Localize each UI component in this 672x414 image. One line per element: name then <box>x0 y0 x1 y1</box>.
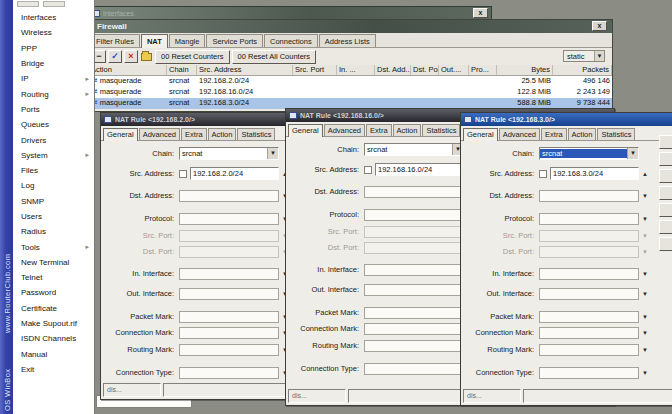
tab-address-lists[interactable]: Address Lists <box>319 34 376 47</box>
tab-mangle[interactable]: Mangle <box>169 34 206 47</box>
dialog-titlebar[interactable]: NAT Rule <192.168.3.0/> <box>461 113 672 126</box>
out-interface-input[interactable] <box>179 288 279 300</box>
chevron-down-icon[interactable]: ▼ <box>639 330 651 336</box>
routing-mark-input[interactable] <box>539 344 639 356</box>
src-address-input[interactable]: 192.168.2.0/24 <box>190 167 279 180</box>
column-src-port[interactable]: Src. Port <box>293 65 337 75</box>
column-dst-port[interactable]: Dst. Port <box>411 65 439 75</box>
column-out-interface[interactable]: Out.... <box>439 65 469 75</box>
src-address-checkbox[interactable] <box>179 170 187 178</box>
chain-select[interactable]: srcnat▼ <box>364 143 464 156</box>
sidebar-item-manual[interactable]: Manual <box>13 347 93 362</box>
tab-action[interactable]: Action <box>208 128 237 140</box>
sidebar-item-isdn-channels[interactable]: ISDN Channels <box>13 331 93 346</box>
tab-general[interactable]: General <box>463 128 498 141</box>
connection-mark-input[interactable] <box>364 323 464 335</box>
tab-statistics[interactable]: Statistics <box>237 128 275 140</box>
connection-mark-input[interactable] <box>179 327 279 339</box>
sidebar-item-new-terminal[interactable]: New Terminal <box>13 255 93 270</box>
close-icon[interactable]: x <box>473 8 488 18</box>
apply-button[interactable]: Apply <box>659 169 672 183</box>
out-interface-input[interactable] <box>539 288 639 300</box>
sidebar-item-tools[interactable]: Tools▸ <box>13 239 93 254</box>
chevron-down-icon[interactable]: ▼ <box>639 370 651 376</box>
sidebar-item-ports[interactable]: Ports <box>13 102 93 117</box>
sidebar-item-certificate[interactable]: Certificate <box>13 301 93 316</box>
sidebar-item-ppp[interactable]: PPP <box>13 41 93 56</box>
firewall-titlebar[interactable]: Firewall x <box>89 20 612 33</box>
column-action[interactable]: Action <box>89 65 167 75</box>
tab-action[interactable]: Action <box>393 124 422 136</box>
sidebar-item-log[interactable]: Log <box>13 178 93 193</box>
sidebar-item-files[interactable]: Files <box>13 163 93 178</box>
dst-address-input[interactable] <box>539 190 639 202</box>
connection-type-input[interactable] <box>539 367 639 379</box>
reset-counters-button[interactable]: 00 Reset Counters <box>155 50 230 64</box>
tab-nat[interactable]: NAT <box>141 34 168 48</box>
tab-extra[interactable]: Extra <box>181 128 207 140</box>
sidebar-item-interfaces[interactable]: Interfaces <box>13 10 93 25</box>
chevron-down-icon[interactable]: ▼ <box>639 271 651 277</box>
routing-mark-input[interactable] <box>179 344 279 356</box>
sidebar-item-system[interactable]: System▸ <box>13 148 93 163</box>
chevron-down-icon[interactable]: ▼ <box>639 193 651 199</box>
sidebar-item-wireless[interactable]: Wireless <box>13 25 93 40</box>
tab-general[interactable]: General <box>103 128 138 141</box>
in-interface-input[interactable] <box>539 268 639 280</box>
src-address-input[interactable]: 192.168.3.0/24 <box>550 167 639 180</box>
tab-service-ports[interactable]: Service Ports <box>206 34 263 47</box>
tab-advanced[interactable]: Advanced <box>499 128 540 140</box>
chain-select[interactable]: srcnat▼ <box>179 147 279 160</box>
dst-address-input[interactable] <box>364 186 464 198</box>
comment-icon[interactable] <box>141 53 152 61</box>
sidebar-item-ip[interactable]: IP▸ <box>13 71 93 86</box>
sidebar-item-password[interactable]: Password <box>13 285 93 300</box>
routing-mark-input[interactable] <box>364 340 464 352</box>
sidebar-item-users[interactable]: Users <box>13 209 93 224</box>
chevron-down-icon[interactable]: ▼ <box>639 347 651 353</box>
background-window-titlebar[interactable]: Interfaces x <box>88 6 492 20</box>
table-row[interactable]: ⇄masquerade srcnat 192.168.2.0/24 25.5 M… <box>89 76 612 87</box>
table-row[interactable]: ⇄masquerade srcnat 192.168.16.0/24 122.8… <box>89 87 612 98</box>
tab-action[interactable]: Action <box>568 128 597 140</box>
column-src-address[interactable]: Src. Address <box>197 65 293 75</box>
in-interface-input[interactable] <box>179 268 279 280</box>
sidebar-item-routing[interactable]: Routing▸ <box>13 86 93 101</box>
column-bytes[interactable]: Bytes <box>497 65 553 75</box>
enable-rule-button[interactable]: ✓ <box>108 50 122 63</box>
out-interface-input[interactable] <box>364 284 464 296</box>
chevron-down-icon[interactable]: ▼ <box>639 314 651 320</box>
chevron-down-icon[interactable]: ▼ <box>639 291 651 297</box>
cancel-button[interactable]: Cancel <box>659 152 672 166</box>
tab-advanced[interactable]: Advanced <box>324 124 365 136</box>
column-chain[interactable]: Chain <box>167 65 197 75</box>
disable-rule-button[interactable]: × <box>124 50 138 63</box>
in-interface-input[interactable] <box>364 264 464 276</box>
packet-mark-input[interactable] <box>179 311 279 323</box>
sidebar-item-exit[interactable]: Exit <box>13 362 93 377</box>
chevron-down-icon[interactable]: ▼ <box>627 148 638 159</box>
dst-address-input[interactable] <box>179 190 279 202</box>
tab-filter-rules[interactable]: Filter Rules <box>90 34 140 47</box>
protocol-input[interactable] <box>364 209 464 221</box>
column-in-interface[interactable]: In. ... <box>337 65 375 75</box>
sidebar-item-drivers[interactable]: Drivers <box>13 132 93 147</box>
comment-button[interactable]: Comment <box>659 203 672 217</box>
copy-button[interactable]: Copy <box>659 220 672 234</box>
tab-statistics[interactable]: Statistics <box>597 128 635 140</box>
sidebar-item-bridge[interactable]: Bridge <box>13 56 93 71</box>
tab-connections[interactable]: Connections <box>264 34 318 47</box>
packet-mark-input[interactable] <box>539 311 639 323</box>
rule-filter-dropdown[interactable]: static ▼ <box>563 50 605 62</box>
connection-mark-input[interactable] <box>539 327 639 339</box>
column-packets[interactable]: Packets <box>553 65 612 75</box>
sidebar-item-telnet[interactable]: Telnet <box>13 270 93 285</box>
reset-all-counters-button[interactable]: 00 Reset All Counters <box>232 50 317 64</box>
chevron-down-icon[interactable]: ▼ <box>639 216 651 222</box>
connection-type-input[interactable] <box>179 367 279 379</box>
remove-button[interactable]: Remove <box>659 237 672 251</box>
chain-select[interactable]: srcnat▼ <box>539 147 639 160</box>
column-dst-address[interactable]: Dst. Add... <box>375 65 411 75</box>
src-address-checkbox[interactable] <box>364 166 372 174</box>
tab-statistics[interactable]: Statistics <box>422 124 460 136</box>
